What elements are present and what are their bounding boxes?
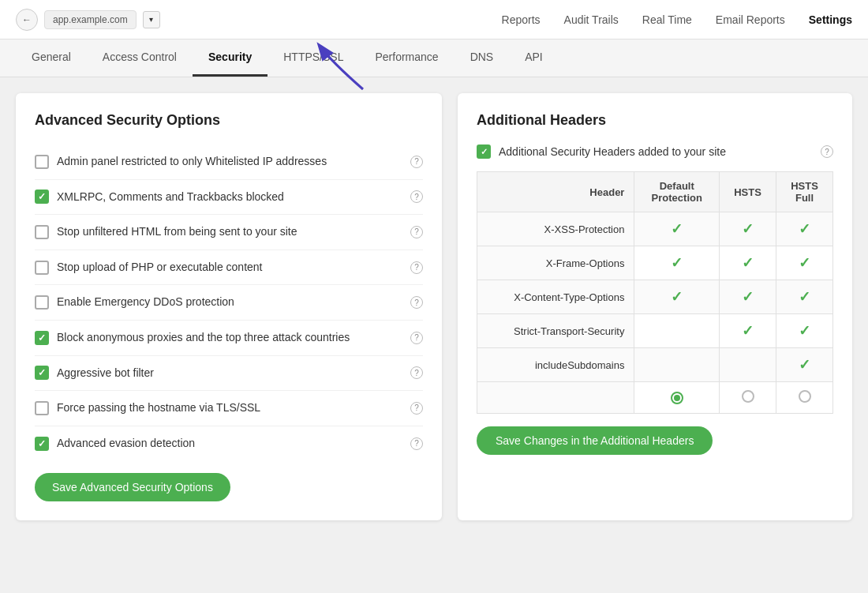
option-row-1: XMLRPC, Comments and Trackbacks blocked …	[35, 180, 423, 216]
option-left-1: XMLRPC, Comments and Trackbacks blocked	[35, 190, 410, 205]
row-label-2: X-Content-Type-Options	[477, 280, 634, 314]
domain-display: app.example.com	[44, 10, 137, 29]
checkbox-3[interactable]	[35, 261, 49, 275]
radio-hsts-full[interactable]	[799, 390, 811, 403]
radio-default[interactable]	[671, 392, 683, 404]
option-row-3: Stop upload of PHP or executable content…	[35, 250, 423, 286]
checkbox-4[interactable]	[35, 295, 49, 310]
top-nav: ← app.example.com ▾ Reports Audit Trails…	[0, 0, 868, 39]
help-icon-1[interactable]: ?	[410, 190, 423, 203]
row-2-hsts: ✓	[720, 280, 776, 314]
footer-empty	[477, 382, 634, 414]
nav-email-reports[interactable]: Email Reports	[716, 13, 785, 26]
checkbox-8[interactable]	[35, 437, 49, 451]
row-label-4: includeSubdomains	[477, 348, 634, 382]
option-left-8: Advanced evasion detection	[35, 436, 410, 452]
option-left-5: Block anonymous proxies and the top thre…	[35, 330, 410, 346]
check-icon: ✓	[799, 255, 810, 271]
option-row-4: Enable Emergency DDoS protection ?	[35, 285, 423, 321]
check-icon: ✓	[799, 221, 810, 237]
row-2-hsts-full: ✓	[776, 280, 833, 314]
nav-settings[interactable]: Settings	[809, 13, 852, 26]
option-left-0: Admin panel restricted to only Whitelist…	[35, 154, 410, 170]
option-label-5: Block anonymous proxies and the top thre…	[57, 330, 350, 346]
col-header-hsts: HSTS	[720, 172, 776, 212]
row-label-3: Strict-Transport-Security	[477, 314, 634, 348]
checkbox-2[interactable]	[35, 225, 49, 239]
row-0-hsts: ✓	[720, 212, 776, 246]
row-1-hsts-full: ✓	[776, 246, 833, 280]
row-1-hsts: ✓	[720, 246, 776, 280]
save-advanced-security-button[interactable]: Save Advanced Security Options	[35, 473, 230, 501]
row-0-default: ✓	[634, 212, 720, 246]
help-icon-2[interactable]: ?	[410, 226, 423, 238]
row-2-default: ✓	[634, 280, 720, 314]
check-icon: ✓	[742, 289, 754, 305]
left-panel: Advanced Security Options Admin panel re…	[16, 93, 442, 520]
help-icon-4[interactable]: ?	[410, 296, 423, 309]
help-icon-8[interactable]: ?	[410, 437, 423, 450]
option-label-1: XMLRPC, Comments and Trackbacks blocked	[57, 190, 284, 205]
main-content: Advanced Security Options Admin panel re…	[0, 77, 868, 536]
check-icon: ✓	[799, 289, 810, 305]
tab-https-ssl[interactable]: HTTPS/SSL	[268, 39, 359, 77]
option-label-3: Stop upload of PHP or executable content	[57, 260, 262, 276]
row-1-default: ✓	[634, 246, 720, 280]
row-0-hsts-full: ✓	[776, 212, 833, 246]
additional-headers-help-icon[interactable]: ?	[821, 145, 833, 158]
nav-audit-trails[interactable]: Audit Trails	[564, 13, 619, 26]
help-icon-3[interactable]: ?	[410, 261, 423, 274]
right-panel-title: Additional Headers	[477, 112, 833, 129]
option-row-0: Admin panel restricted to only Whitelist…	[35, 144, 423, 180]
table-row-2: X-Content-Type-Options ✓ ✓ ✓	[477, 280, 833, 314]
footer-default-radio[interactable]	[634, 382, 720, 414]
help-icon-6[interactable]: ?	[410, 366, 423, 379]
checkbox-6[interactable]	[35, 366, 49, 380]
footer-hsts-full-radio[interactable]	[776, 382, 833, 414]
option-label-0: Admin panel restricted to only Whitelist…	[57, 154, 327, 170]
col-header-default: DefaultProtection	[634, 172, 720, 212]
check-icon: ✓	[671, 221, 683, 237]
tab-access-control[interactable]: Access Control	[87, 39, 193, 77]
row-4-default	[634, 348, 720, 382]
option-row-2: Stop unfiltered HTML from being sent to …	[35, 215, 423, 250]
option-label-8: Advanced evasion detection	[57, 436, 195, 452]
additional-headers-label: Additional Security Headers added to you…	[499, 145, 726, 158]
tab-general[interactable]: General	[16, 39, 87, 77]
nav-real-time[interactable]: Real Time	[642, 13, 692, 26]
help-icon-0[interactable]: ?	[410, 156, 423, 168]
tab-bar: General Access Control Security HTTPS/SS…	[0, 39, 868, 77]
tab-security[interactable]: Security	[193, 39, 268, 77]
dropdown-icon: ▾	[149, 15, 153, 24]
tab-api[interactable]: API	[509, 39, 559, 77]
help-icon-7[interactable]: ?	[410, 402, 423, 415]
tab-performance[interactable]: Performance	[359, 39, 454, 77]
check-icon: ✓	[742, 255, 754, 271]
save-headers-button[interactable]: Save Changes in the Additional Headers	[477, 426, 713, 455]
radio-hsts[interactable]	[742, 390, 754, 403]
additional-headers-checkbox[interactable]	[477, 144, 491, 159]
help-icon-5[interactable]: ?	[410, 332, 423, 344]
row-3-hsts: ✓	[720, 314, 776, 348]
checkbox-5[interactable]	[35, 331, 49, 345]
option-left-4: Enable Emergency DDoS protection	[35, 295, 410, 310]
dropdown-button[interactable]: ▾	[143, 11, 160, 28]
footer-hsts-radio[interactable]	[720, 382, 776, 414]
checkbox-7[interactable]	[35, 401, 49, 415]
col-header-header: Header	[477, 172, 634, 212]
check-icon: ✓	[799, 357, 810, 373]
row-label-1: X-Frame-Options	[477, 246, 634, 280]
option-left-6: Aggressive bot filter	[35, 366, 410, 381]
back-button[interactable]: ←	[16, 9, 38, 31]
checkbox-1[interactable]	[35, 190, 49, 204]
check-icon: ✓	[799, 323, 810, 339]
option-label-6: Aggressive bot filter	[57, 366, 154, 381]
headers-checkbox-row: Additional Security Headers added to you…	[477, 144, 833, 159]
table-row-1: X-Frame-Options ✓ ✓ ✓	[477, 246, 833, 280]
nav-reports[interactable]: Reports	[502, 13, 541, 26]
tab-dns[interactable]: DNS	[455, 39, 510, 77]
option-row-8: Advanced evasion detection ?	[35, 426, 423, 461]
check-icon: ✓	[742, 323, 754, 339]
checkbox-0[interactable]	[35, 155, 49, 169]
table-row-footer	[477, 382, 833, 414]
